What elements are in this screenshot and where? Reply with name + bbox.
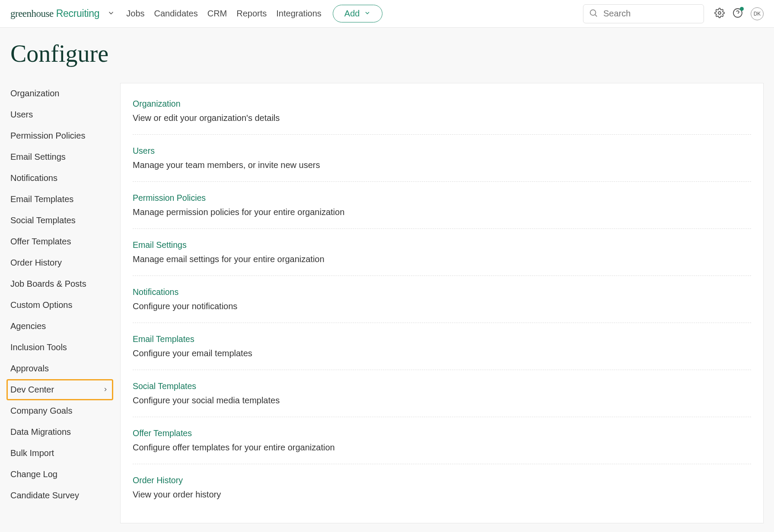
help-icon[interactable] (733, 8, 743, 20)
sidebar-item-label: Notifications (10, 173, 57, 183)
sidebar-item-label: Agencies (10, 321, 46, 331)
sidebar-item-label: Data Migrations (10, 427, 71, 437)
sidebar-item-candidate-survey[interactable]: Candidate Survey (10, 485, 111, 506)
settings-icon[interactable] (714, 8, 725, 20)
notification-dot-icon (740, 7, 744, 11)
sidebar-item-custom-options[interactable]: Custom Options (10, 294, 111, 316)
section-email-templates: Email TemplatesConfigure your email temp… (133, 323, 751, 370)
sidebar-item-label: Users (10, 110, 33, 120)
sidebar-item-change-log[interactable]: Change Log (10, 464, 111, 485)
search-field[interactable] (583, 4, 704, 23)
brand-logo[interactable]: greenhouse Recruiting (10, 8, 99, 19)
sidebar-item-social-templates[interactable]: Social Templates (10, 210, 111, 231)
section-description: Manage permission policies for your enti… (133, 207, 751, 217)
section-description: Configure your social media templates (133, 396, 751, 405)
section-title-link[interactable]: Order History (133, 475, 751, 485)
section-email-settings: Email SettingsManage email settings for … (133, 229, 751, 276)
section-description: Configure your email templates (133, 348, 751, 358)
section-order-history: Order HistoryView your order history (133, 464, 751, 511)
section-social-templates: Social TemplatesConfigure your social me… (133, 370, 751, 417)
sidebar-item-label: Company Goals (10, 406, 72, 416)
sidebar-item-label: Organization (10, 89, 59, 98)
sidebar-item-approvals[interactable]: Approvals (10, 358, 111, 379)
avatar[interactable]: DK (751, 7, 764, 20)
sidebar-item-label: Custom Options (10, 300, 72, 310)
add-button[interactable]: Add (333, 5, 383, 22)
sidebar-item-users[interactable]: Users (10, 104, 111, 125)
brand-chevron-icon[interactable] (107, 9, 115, 19)
brand-part2: Recruiting (56, 8, 100, 19)
nav-candidates[interactable]: Candidates (154, 9, 198, 19)
section-description: Configure your notifications (133, 301, 751, 311)
section-notifications: NotificationsConfigure your notification… (133, 276, 751, 323)
section-title-link[interactable]: Users (133, 146, 751, 156)
sidebar-item-inclusion-tools[interactable]: Inclusion Tools (10, 337, 111, 358)
sidebar-item-data-migrations[interactable]: Data Migrations (10, 421, 111, 443)
sidebar-item-job-boards-posts[interactable]: Job Boards & Posts (10, 273, 111, 294)
section-description: Configure offer templates for your entir… (133, 443, 751, 453)
add-button-label: Add (344, 9, 360, 19)
section-permission-policies: Permission PoliciesManage permission pol… (133, 182, 751, 229)
section-description: Manage email settings for your entire or… (133, 254, 751, 264)
search-input[interactable] (603, 9, 698, 19)
sidebar-item-label: Email Settings (10, 152, 66, 162)
sidebar-item-label: Approvals (10, 364, 49, 374)
nav-jobs[interactable]: Jobs (126, 9, 144, 19)
sidebar-item-email-settings[interactable]: Email Settings (10, 146, 111, 168)
brand-part1: greenhouse (10, 8, 54, 19)
svg-point-2 (718, 12, 721, 14)
sidebar-item-dev-center[interactable]: Dev Center (6, 379, 113, 400)
chevron-down-icon (364, 9, 371, 19)
sidebar-item-label: Email Templates (10, 194, 73, 204)
sidebar-item-organization[interactable]: Organization (10, 83, 111, 104)
sidebar-item-label: Offer Templates (10, 237, 71, 247)
nav-reports[interactable]: Reports (236, 9, 267, 19)
section-description: View your order history (133, 490, 751, 500)
nav-crm[interactable]: CRM (207, 9, 227, 19)
sidebar-item-label: Social Templates (10, 215, 76, 225)
section-title-link[interactable]: Offer Templates (133, 428, 751, 438)
sidebar-item-label: Candidate Survey (10, 491, 79, 500)
sidebar-item-label: Inclusion Tools (10, 342, 67, 352)
section-description: View or edit your organization's details (133, 113, 751, 123)
sidebar: OrganizationUsersPermission PoliciesEmai… (10, 83, 111, 523)
section-title-link[interactable]: Notifications (133, 287, 751, 297)
sidebar-item-label: Change Log (10, 469, 57, 479)
sidebar-item-agencies[interactable]: Agencies (10, 316, 111, 337)
section-title-link[interactable]: Social Templates (133, 381, 751, 391)
sidebar-item-permission-policies[interactable]: Permission Policies (10, 125, 111, 146)
topbar: greenhouse Recruiting Jobs Candidates CR… (0, 0, 774, 28)
chevron-right-icon (102, 385, 108, 395)
main-panel: OrganizationView or edit your organizati… (120, 83, 764, 523)
sidebar-item-label: Permission Policies (10, 131, 85, 141)
sidebar-item-email-templates[interactable]: Email Templates (10, 189, 111, 210)
sidebar-item-label: Job Boards & Posts (10, 279, 86, 289)
section-title-link[interactable]: Email Settings (133, 240, 751, 250)
sidebar-item-bulk-import[interactable]: Bulk Import (10, 443, 111, 464)
nav-integrations[interactable]: Integrations (276, 9, 322, 19)
section-title-link[interactable]: Permission Policies (133, 193, 751, 203)
sidebar-item-company-goals[interactable]: Company Goals (10, 400, 111, 421)
sidebar-item-label: Bulk Import (10, 448, 54, 458)
layout: OrganizationUsersPermission PoliciesEmai… (0, 83, 774, 532)
section-offer-templates: Offer TemplatesConfigure offer templates… (133, 417, 751, 464)
section-description: Manage your team members, or invite new … (133, 160, 751, 170)
sidebar-item-label: Order History (10, 258, 62, 268)
section-title-link[interactable]: Organization (133, 99, 751, 109)
main-nav: Jobs Candidates CRM Reports Integrations (126, 9, 322, 19)
section-organization: OrganizationView or edit your organizati… (133, 88, 751, 135)
top-icons: DK (714, 7, 764, 20)
search-icon (589, 8, 603, 19)
sidebar-item-order-history[interactable]: Order History (10, 252, 111, 273)
section-title-link[interactable]: Email Templates (133, 334, 751, 344)
svg-point-0 (590, 10, 596, 15)
sidebar-item-notifications[interactable]: Notifications (10, 168, 111, 189)
section-users: UsersManage your team members, or invite… (133, 135, 751, 182)
sidebar-item-label: Dev Center (10, 385, 54, 395)
page-title: Configure (0, 28, 774, 83)
sidebar-item-offer-templates[interactable]: Offer Templates (10, 231, 111, 252)
svg-line-1 (595, 15, 597, 16)
